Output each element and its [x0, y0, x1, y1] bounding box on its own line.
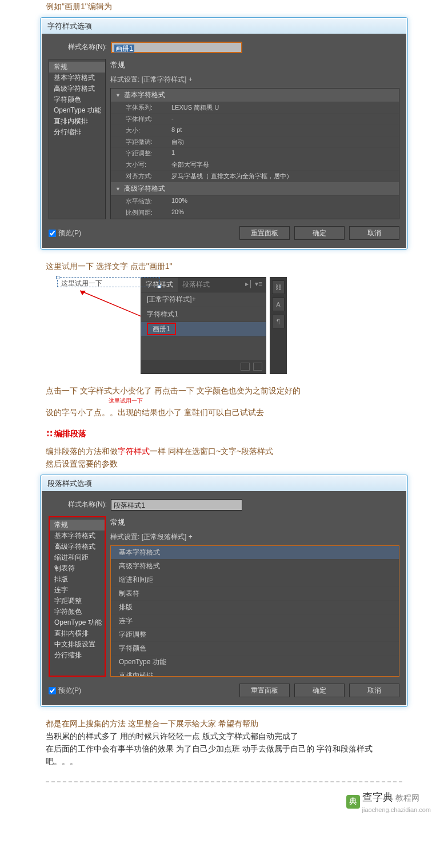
style-name-label: 样式名称(N): [68, 43, 107, 51]
sidebar-item[interactable]: 字距调整 [50, 596, 105, 606]
prop-val: 20% [171, 208, 184, 217]
char-style-dialog: 字符样式选项 样式名称(N): 画册1 常规 基本字符格式 高级字符格式 字符颜… [40, 17, 408, 250]
sidebar-item[interactable]: OpenType 功能 [49, 105, 105, 116]
sidebar-item[interactable]: 中文排版设置 [50, 639, 105, 650]
section-heading: 编排段落 [46, 429, 402, 439]
group-header[interactable]: 基本字符格式 [111, 89, 399, 102]
prop-key: 对齐方式: [126, 172, 171, 180]
prop-val: 罗马字基线（ 直排文本为全角字框，居中） [171, 172, 293, 180]
prop-val: 全部大写字母 [171, 160, 209, 169]
style-list-item[interactable]: 画册1 [141, 322, 266, 337]
cancel-button[interactable]: 取消 [349, 684, 399, 697]
panel-heading: 常规 [110, 517, 399, 528]
sidebar-item[interactable]: 制表符 [50, 563, 105, 574]
ok-button[interactable]: 确定 [294, 226, 345, 240]
list-item[interactable]: OpenType 功能 [111, 656, 399, 669]
prop-val: 自动 [171, 138, 184, 146]
char-style-panel: 字符样式 段落样式 ▸│ ▾≡ [正常字符样式]+ 字符样式1 画册1 [141, 277, 266, 374]
dialog-title: 段落样式选项 [42, 476, 406, 491]
list-item[interactable]: 制表符 [111, 587, 399, 601]
outro-text: 在后面的工作中会有事半功倍的效果 为了自己少加点班 动手去做属于自己的 字符和段… [46, 742, 402, 767]
prop-key: 字距微调: [126, 138, 171, 146]
sidebar-item[interactable]: 常规 [49, 62, 105, 73]
property-list[interactable]: 基本字符格式 高级字符格式 缩进和间距 制表符 排版 连字 字距调整 字符颜色 … [110, 545, 399, 677]
sidebar-item[interactable]: 直排内横排 [49, 116, 105, 127]
footer-brand: 典 查字典 教程网 jiaocheng.chazidian.com [0, 790, 448, 825]
sidebar-item[interactable]: 字符颜色 [50, 606, 105, 617]
para-style-dialog: 段落样式选项 样式名称(N): 段落样式1 常规 基本字符格式 高级字符格式 缩… [40, 475, 408, 707]
reset-button[interactable]: 重置面板 [239, 226, 290, 240]
dock-icons: ⛓ A ¶ [270, 277, 287, 374]
preview-checkbox[interactable]: 预览(P) [49, 686, 81, 696]
style-setting-label: 样式设置: [正常字符样式] + [110, 75, 399, 85]
cancel-button[interactable]: 取消 [349, 226, 399, 240]
intro-text: 例如"画册1"编辑为 [46, 0, 402, 13]
sidebar-item[interactable]: 常规 [50, 520, 105, 531]
ok-button[interactable]: 确定 [294, 684, 345, 697]
prop-key: 大小写: [126, 160, 171, 169]
sidebar-item[interactable]: 直排内横排 [50, 628, 105, 639]
prop-key: 大小: [126, 126, 171, 135]
result-text2: 设的字号小了点。。出现的结果也小了 童鞋们可以自己试试去 [46, 406, 402, 419]
panel-menu-icon[interactable]: ▸│ ▾≡ [242, 278, 266, 292]
sidebar-item[interactable]: 排版 [50, 574, 105, 585]
style-setting-label: 样式设置: [正常段落样式] + [110, 532, 399, 542]
small-red-annotation: 这里试用一下 [109, 397, 402, 405]
sidebar-item[interactable]: 分行缩排 [50, 650, 105, 661]
char-panel-icon[interactable]: A [272, 298, 285, 311]
list-item[interactable]: 缩进和间距 [111, 573, 399, 587]
property-list[interactable]: 基本字符格式 字体系列:LEXUS 简粗黑 U 字体样式:- 大小:8 pt 字… [110, 88, 399, 219]
list-item[interactable]: 连字 [111, 614, 399, 628]
list-item[interactable]: 直排内横排 [111, 669, 399, 677]
footer-url: jiaocheng.chazidian.com [362, 806, 431, 813]
sidebar-item[interactable]: 基本字符格式 [50, 531, 105, 541]
prop-val: - [171, 115, 174, 123]
list-item[interactable]: 高级字符格式 [111, 560, 399, 573]
sidebar-item[interactable]: 高级字符格式 [50, 541, 105, 552]
sidebar-item[interactable]: 基本字符格式 [49, 73, 105, 83]
result-text: 点击一下 文字样式大小变化了 再点击一下 文字颜色也变为之前设定好的 [46, 384, 402, 397]
list-item[interactable]: 基本字符格式 [111, 546, 399, 560]
style-name-input[interactable]: 段落样式1 [111, 499, 242, 511]
category-sidebar: 常规 基本字符格式 高级字符格式 字符颜色 OpenType 功能 直排内横排 … [49, 59, 106, 219]
new-style-icon[interactable] [241, 363, 250, 371]
sidebar-item[interactable]: 高级字符格式 [49, 83, 105, 94]
divider [46, 781, 402, 782]
group-header[interactable]: 高级字符格式 [111, 182, 399, 196]
preview-checkbox[interactable]: 预览(P) [49, 228, 81, 238]
sidebar-item[interactable]: 字符颜色 [49, 94, 105, 105]
prop-key: 字距调整: [126, 149, 171, 158]
delete-style-icon[interactable] [253, 363, 262, 371]
list-item[interactable]: 字距调整 [111, 628, 399, 642]
prop-key: 水平缩放: [126, 197, 171, 206]
panel-heading: 常规 [110, 60, 399, 70]
style-name-label: 样式名称(N): [68, 500, 107, 508]
section2-text: 编排段落的方法和做字符样式一样 同样在选窗口~文字~段落样式 然后设置需要的参数 [46, 445, 402, 470]
category-sidebar: 常规 基本字符格式 高级字符格式 缩进和间距 制表符 排版 连字 字距调整 字符… [49, 516, 106, 677]
prop-val: 100% [171, 197, 187, 206]
sidebar-item[interactable]: 分行缩排 [49, 127, 105, 138]
prop-key: 比例间距: [126, 208, 171, 217]
prop-val: 1 [171, 149, 175, 158]
link-icon[interactable]: ⛓ [272, 280, 285, 294]
outro-text: 都是在网上搜集的方法 这里整合一下展示给大家 希望有帮助 [46, 717, 402, 730]
list-item[interactable]: 字符颜色 [111, 642, 399, 656]
selected-text-frame[interactable]: 这里试用一下 [57, 277, 160, 287]
style-list-item[interactable]: 字符样式1 [141, 307, 266, 322]
prop-val: 8 pt [171, 126, 182, 135]
list-item[interactable]: 排版 [111, 601, 399, 614]
prop-val: LEXUS 简粗黑 U [171, 103, 219, 112]
instruction-text: 这里试用一下 选择文字 点击"画册1" [46, 260, 402, 272]
sidebar-item[interactable]: OpenType 功能 [50, 617, 105, 628]
dialog-title: 字符样式选项 [42, 19, 406, 34]
style-list-item[interactable]: [正常字符样式]+ [141, 292, 266, 307]
sidebar-item[interactable]: 连字 [50, 585, 105, 596]
sidebar-item[interactable]: 缩进和间距 [50, 552, 105, 563]
style-name-input[interactable]: 画册1 [111, 42, 242, 53]
outro-text: 当积累的的样式多了 用的时候只许轻轻一点 版式文字样式都自动完成了 [46, 730, 402, 742]
prop-key: 字体系列: [126, 103, 171, 112]
para-panel-icon[interactable]: ¶ [272, 315, 285, 328]
logo-icon: 典 [346, 795, 360, 809]
tab-para-style[interactable]: 段落样式 [178, 278, 214, 292]
reset-button[interactable]: 重置面板 [239, 684, 290, 697]
